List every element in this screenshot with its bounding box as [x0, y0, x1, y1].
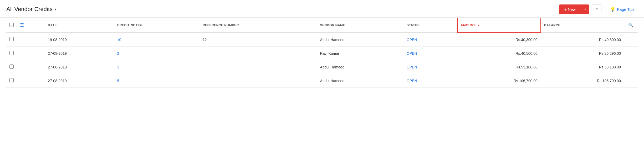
col-header-checkbox — [6, 18, 17, 33]
row-reference-number: 12 — [200, 33, 317, 47]
row-balance: Rs.26,296.00 — [541, 47, 624, 60]
column-search-button[interactable]: 🔍 — [627, 22, 635, 29]
row-status[interactable]: OPEN — [403, 47, 457, 60]
col-header-vendor-name[interactable]: VENDOR NAME — [317, 18, 403, 33]
row-vendor-name: Abdul Hameed — [317, 74, 403, 88]
row-date: 27-08-2019 — [45, 74, 114, 88]
col-header-balance[interactable]: BALANCE — [541, 18, 624, 33]
row-reference-number — [200, 60, 317, 74]
row-amount: Rs.106,790.00 — [457, 74, 541, 88]
row-checkbox-1[interactable] — [9, 51, 14, 55]
row-action-cell — [624, 60, 638, 74]
col-header-amount[interactable]: AMOUNT ▲ — [457, 18, 541, 33]
header-left: All Vendor Credits ▾ — [6, 6, 57, 13]
amount-sort-icon: ▲ — [477, 24, 480, 27]
row-reference-number — [200, 47, 317, 60]
row-date: 27-08-2019 — [45, 60, 114, 74]
row-date: 27-08-2019 — [45, 47, 114, 60]
page-title: All Vendor Credits — [6, 6, 53, 13]
row-vendor-name: Abdul Hameed — [317, 60, 403, 74]
row-credit-note[interactable]: 3 — [114, 60, 200, 74]
row-credit-note[interactable]: 10 — [114, 33, 200, 47]
select-all-checkbox[interactable] — [9, 23, 14, 27]
row-checkbox-cell[interactable] — [6, 60, 17, 74]
table-row: 27-08-2019 5 Abdul Hameed OPEN Rs.106,79… — [6, 74, 638, 88]
header-divider — [604, 4, 604, 14]
col-header-reference-number[interactable]: REFERENCE NUMBER — [200, 18, 317, 33]
col-header-credit-note[interactable]: CREDIT NOTE# — [114, 18, 200, 33]
row-status[interactable]: OPEN — [403, 33, 457, 47]
row-amount: Rs.40,500.00 — [457, 47, 541, 60]
row-checkbox-cell[interactable] — [6, 74, 17, 88]
row-amount: Rs.53,100.00 — [457, 60, 541, 74]
page-tips-button[interactable]: 💡 Page Tips — [607, 5, 638, 14]
header-right: + New ▾ ≡ 💡 Page Tips — [559, 4, 638, 14]
title-dropdown-icon[interactable]: ▾ — [55, 7, 57, 11]
row-checkbox-0[interactable] — [9, 37, 14, 41]
row-balance: Rs.53,100.00 — [541, 60, 624, 74]
menu-button[interactable]: ≡ — [592, 4, 601, 14]
table-row: 27-08-2019 2 Ravi Kumar OPEN Rs.40,500.0… — [6, 47, 638, 60]
col-header-status[interactable]: STATUS — [403, 18, 457, 33]
table-filter-icon[interactable]: ☰ — [20, 23, 24, 27]
col-header-icon: ☰ — [17, 18, 45, 33]
row-amount: Rs.40,300.00 — [457, 33, 541, 47]
table-header-row: ☰ DATE CREDIT NOTE# REFERENCE NUMBER VEN… — [6, 18, 638, 33]
col-header-date[interactable]: DATE — [45, 18, 114, 33]
page-tips-label: Page Tips — [617, 7, 635, 12]
row-checkbox-cell[interactable] — [6, 47, 17, 60]
row-date: 19-08-2019 — [45, 33, 114, 47]
row-checkbox-2[interactable] — [9, 64, 14, 69]
row-icon-cell — [17, 60, 45, 74]
row-icon-cell — [17, 33, 45, 47]
row-balance: Rs.106,790.00 — [541, 74, 624, 88]
new-button[interactable]: + New — [559, 4, 581, 14]
vendor-credits-table: ☰ DATE CREDIT NOTE# REFERENCE NUMBER VEN… — [6, 18, 638, 88]
page-header: All Vendor Credits ▾ + New ▾ ≡ 💡 Page Ti… — [0, 0, 644, 18]
row-credit-note[interactable]: 5 — [114, 74, 200, 88]
table-container: ☰ DATE CREDIT NOTE# REFERENCE NUMBER VEN… — [0, 18, 644, 88]
row-action-cell — [624, 74, 638, 88]
row-credit-note[interactable]: 2 — [114, 47, 200, 60]
row-status[interactable]: OPEN — [403, 60, 457, 74]
row-vendor-name: Ravi Kumar — [317, 47, 403, 60]
table-row: 27-08-2019 3 Abdul Hameed OPEN Rs.53,100… — [6, 60, 638, 74]
row-balance: Rs.40,300.00 — [541, 33, 624, 47]
row-icon-cell — [17, 47, 45, 60]
col-header-search: 🔍 — [624, 18, 638, 33]
row-status[interactable]: OPEN — [403, 74, 457, 88]
row-vendor-name: Abdul Hameed — [317, 33, 403, 47]
bulb-icon: 💡 — [610, 7, 615, 12]
row-action-cell — [624, 33, 638, 47]
table-row: 19-08-2019 10 12 Abdul Hameed OPEN Rs.40… — [6, 33, 638, 47]
new-button-group: + New ▾ — [559, 4, 589, 14]
row-checkbox-3[interactable] — [9, 78, 14, 82]
new-dropdown-button[interactable]: ▾ — [581, 4, 589, 14]
row-reference-number — [200, 74, 317, 88]
row-icon-cell — [17, 74, 45, 88]
row-checkbox-cell[interactable] — [6, 33, 17, 47]
row-action-cell — [624, 47, 638, 60]
